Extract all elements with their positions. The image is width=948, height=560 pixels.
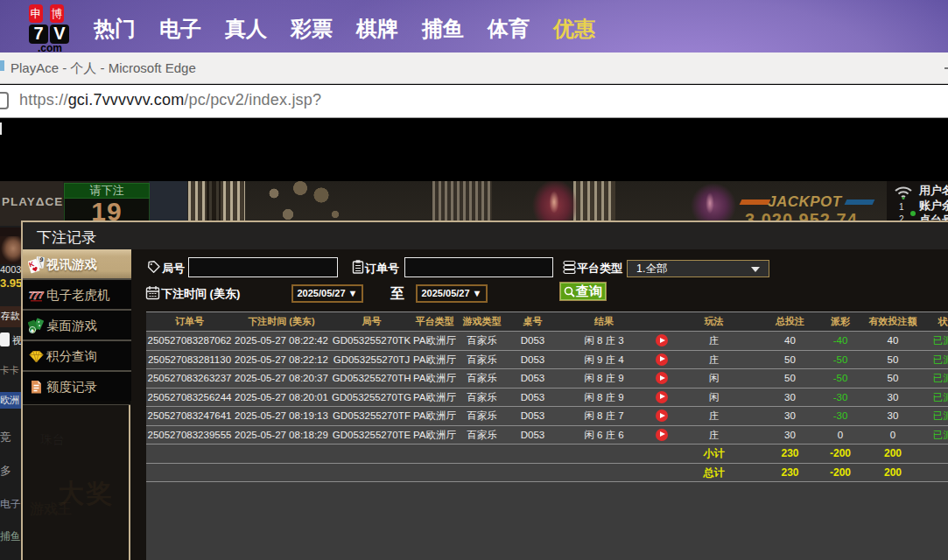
svg-text:7: 7	[38, 290, 45, 300]
svg-text:9: 9	[39, 256, 44, 262]
svg-text:♣: ♣	[31, 326, 35, 332]
